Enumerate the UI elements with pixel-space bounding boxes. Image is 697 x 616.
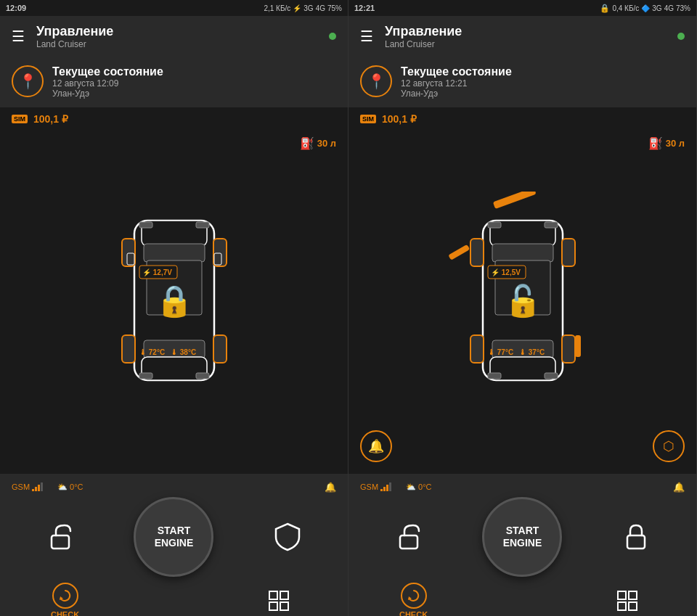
action-row-main-right: STARTENGINE — [348, 497, 696, 577]
svg-rect-42 — [575, 335, 581, 357]
start-engine-button-left[interactable]: STARTENGINE — [134, 497, 213, 577]
svg-rect-41 — [448, 244, 470, 260]
unlock-button-right[interactable] — [391, 519, 427, 555]
status-city-right: Улан-Удэ — [401, 89, 512, 99]
shield-icon-left — [274, 522, 301, 551]
status-bar-right: 12:21 🔒 0,4 КБ/с 🔷 3G 4G 73% — [348, 0, 696, 16]
svg-rect-39 — [488, 373, 501, 379]
start-engine-button-right[interactable]: STARTENGINE — [482, 497, 562, 577]
car-image-left: ⚡ 12,7V 🌡 72°C 🌡 38°C 🔒 — [65, 192, 283, 412]
svg-rect-9 — [213, 335, 227, 363]
weather-indicator-right: ⛅ 0°C — [406, 482, 431, 492]
bell-icon: 🔔 — [368, 438, 384, 454]
menu-icon-right[interactable]: ☰ — [360, 28, 373, 45]
header-left: ☰ Управление Land Cruiser — [0, 16, 348, 57]
vehicle-name-left: Land Cruiser — [36, 39, 317, 49]
gsm-label-right: GSM — [360, 482, 378, 491]
menu-icon-left[interactable]: ☰ — [12, 28, 25, 45]
svg-text:🔓: 🔓 — [504, 283, 542, 319]
check-button-right[interactable]: CHECK — [399, 583, 428, 616]
svg-rect-26 — [280, 602, 288, 610]
notification-btn[interactable]: 🔔 — [360, 430, 392, 462]
svg-rect-15 — [196, 373, 209, 379]
lock-button-right[interactable] — [618, 519, 654, 555]
location-icon-right: 📍 — [367, 73, 386, 90]
svg-text:🌡 72°C: 🌡 72°C — [139, 348, 165, 356]
weather-indicator-left: ⛅ 0°C — [57, 482, 83, 492]
refresh-icon-right — [407, 588, 421, 603]
status-city-left: Улан-Удэ — [52, 89, 163, 99]
alarm-icon-right: 🔔 — [673, 482, 685, 493]
svg-rect-23 — [269, 591, 277, 599]
svg-text:🌡 77°C: 🌡 77°C — [488, 348, 513, 356]
status-title-left: Текущее состояние — [52, 65, 163, 78]
status-text-left: Текущее состояние 12 августа 12:09 Улан-… — [52, 65, 163, 99]
grid-icon-left — [269, 591, 289, 611]
signal-3g-right: 3G — [652, 4, 661, 12]
svg-rect-10 — [127, 253, 134, 265]
check-circle-right — [401, 583, 427, 609]
title-group-left: Управление Land Cruiser — [36, 24, 317, 49]
temp-outside-left: 0°C — [70, 482, 83, 491]
unlock-button-left[interactable] — [42, 519, 78, 555]
unlock-icon-right — [394, 524, 423, 550]
signal-4g-right: 4G — [664, 4, 674, 12]
car-area-left: ⛽ 30 л — [0, 129, 348, 474]
lock-icon-right — [623, 522, 649, 551]
gsm-bar-2 — [35, 487, 37, 491]
alarm-indicator-left: 🔔 — [325, 482, 336, 493]
sim-balance-left: 100,1 ₽ — [33, 113, 68, 125]
refresh-icon-left — [58, 588, 73, 603]
bluetooth-circle[interactable]: ⬡ — [653, 430, 685, 462]
svg-rect-49 — [400, 535, 417, 549]
app-title-left: Управление — [36, 24, 317, 39]
status-section-left: 📍 Текущее состояние 12 августа 12:09 Ула… — [0, 57, 348, 107]
location-icon-left: 📍 — [19, 73, 37, 90]
check-button-left[interactable]: CHECK — [51, 583, 79, 616]
network-speed-right: 0,4 КБ/с — [612, 4, 639, 12]
check-label-right: CHECK — [399, 610, 428, 616]
car-svg-left: ⚡ 12,7V 🌡 72°C 🌡 38°C 🔒 — [65, 192, 283, 409]
status-section-right: 📍 Текущее состояние 12 августа 12:21 Ула… — [348, 57, 696, 107]
temp-outside-right: 0°C — [418, 482, 431, 491]
fuel-value-left: 30 л — [317, 138, 336, 149]
bluetooth-btn[interactable]: ⬡ — [653, 430, 685, 462]
sim-balance-right: 100,1 ₽ — [382, 113, 417, 125]
svg-rect-40 — [545, 373, 558, 379]
svg-rect-37 — [488, 222, 501, 228]
sim-badge-left: SIM — [12, 115, 28, 123]
action-row-main-left: STARTENGINE — [0, 497, 348, 577]
fuel-indicator-right: ⛽ 30 л — [648, 136, 685, 150]
svg-text:🔒: 🔒 — [155, 283, 194, 319]
alarm-indicator-right: 🔔 — [673, 482, 685, 493]
svg-rect-2 — [144, 244, 205, 262]
status-date-left: 12 августа 12:09 — [52, 78, 163, 89]
grid-button-left[interactable] — [261, 583, 297, 616]
signal-3g-left: 3G — [303, 4, 313, 12]
gsm-indicator-right: GSM — [360, 482, 391, 491]
svg-text:⚡ 12,7V: ⚡ 12,7V — [142, 268, 172, 277]
svg-rect-36 — [562, 335, 575, 363]
app-title-right: Управление — [385, 24, 666, 39]
bottom-actions-right: STARTENGINE CHECK — [348, 500, 696, 616]
connection-dot-right — [677, 33, 685, 40]
bottom-status-left: GSM ⛅ 0°C 🔔 — [0, 474, 348, 500]
connection-dot-left — [329, 33, 336, 40]
svg-rect-54 — [618, 602, 626, 610]
svg-rect-13 — [196, 222, 209, 228]
gsm-bars-right — [380, 482, 391, 491]
gsm-bar-1 — [32, 489, 34, 491]
svg-rect-33 — [470, 239, 484, 266]
sim-badge-right: SIM — [360, 115, 376, 123]
location-icon-wrapper-left: 📍 — [12, 65, 44, 97]
title-group-right: Управление Land Cruiser — [385, 24, 666, 49]
status-right-right: 🔒 0,4 КБ/с 🔷 3G 4G 73% — [600, 4, 690, 13]
gsm-bar-r4 — [389, 482, 391, 491]
grid-button-right[interactable] — [609, 583, 645, 616]
shield-button-left[interactable] — [269, 519, 306, 555]
fuel-indicator-left: ⛽ 30 л — [300, 136, 336, 150]
location-icon-wrapper-right: 📍 — [360, 65, 392, 97]
status-text-right: Текущее состояние 12 августа 12:21 Улан-… — [401, 65, 512, 99]
notification-circle[interactable]: 🔔 — [360, 430, 392, 462]
fuel-icon-left: ⛽ — [300, 136, 314, 150]
